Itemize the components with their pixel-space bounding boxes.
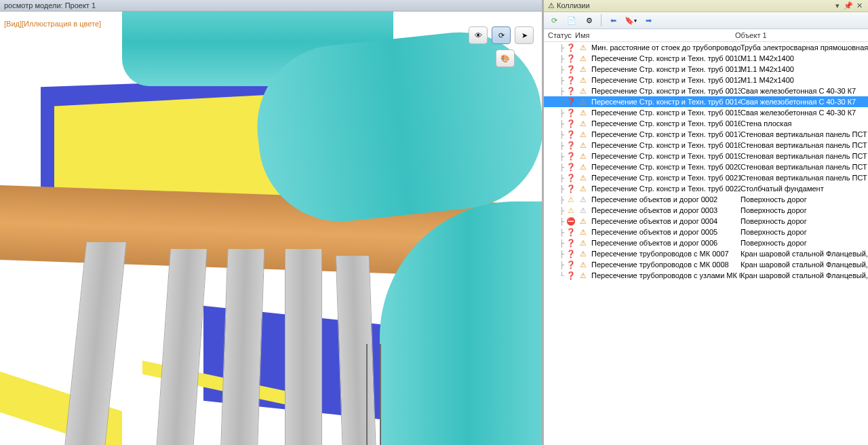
row-name: Пересечение трубопроводов с узлами МК 00… bbox=[591, 271, 741, 279]
row-object: Стеновая вертикальная панель ПСТ (серая) bbox=[741, 152, 868, 160]
appearance-tool[interactable]: 🎨 bbox=[496, 50, 515, 67]
collision-row[interactable]: └❓⚠Пересечение трубопроводов с узлами МК… bbox=[544, 270, 868, 281]
row-name: Пересечение Стр. констр и Техн. труб 002… bbox=[591, 163, 741, 171]
collision-row[interactable]: ├❓⚠Пересечение Стр. констр и Техн. труб … bbox=[544, 161, 868, 172]
row-name: Пересечение объектов и дорог 0002 bbox=[591, 195, 741, 204]
row-name: Пересечение Стр. констр и Техн. труб 001… bbox=[591, 141, 741, 149]
row-name: Пересечение трубопроводов с МК 0008 bbox=[591, 260, 741, 269]
settings-button[interactable]: ⚙ bbox=[583, 14, 595, 26]
row-name: Пересечение Стр. констр и Техн. труб 001… bbox=[591, 109, 741, 117]
collision-row[interactable]: ├❓⚠Пересечение трубопроводов с МК 0008Кр… bbox=[544, 259, 868, 270]
row-object: Поверхность дорог bbox=[741, 195, 868, 204]
row-object: Труба электросварная прямошовная 1020x1 bbox=[741, 43, 868, 52]
row-object: Поверхность дорог bbox=[741, 217, 868, 225]
clash-type-icon: ⚠ bbox=[578, 195, 589, 204]
clash-type-icon: ⚠ bbox=[578, 86, 589, 96]
prev-button[interactable]: ⬅ bbox=[607, 14, 619, 26]
collision-row[interactable]: ├❓⚠Пересечение Стр. констр и Техн. труб … bbox=[544, 140, 868, 151]
eye-tool[interactable]: 👁 bbox=[469, 26, 488, 44]
row-object: Кран шаровой стальной Фланцевый, с ручко bbox=[741, 271, 868, 279]
palette-icon: 🎨 bbox=[500, 54, 510, 63]
row-object: M1.1 M42x1400 bbox=[741, 65, 868, 73]
row-object: Стена плоская bbox=[741, 119, 868, 128]
collision-row[interactable]: ├❓⚠Пересечение Стр. констр и Техн. труб … bbox=[544, 118, 868, 129]
next-button[interactable]: ➡ bbox=[642, 14, 654, 26]
status-icon: ⛔ bbox=[566, 216, 576, 226]
arrow-icon: ➤ bbox=[521, 31, 528, 40]
collision-row[interactable]: ├❓⚠Пересечение трубопроводов с МК 0007Кр… bbox=[544, 248, 868, 259]
row-name: Пересечение Стр. констр и Техн. труб 001… bbox=[591, 119, 741, 128]
tree-branch: ├ bbox=[547, 250, 566, 258]
collision-row[interactable]: ├❓⚠Пересечение Стр. констр и Техн. труб … bbox=[544, 53, 868, 64]
collision-row[interactable]: ├❓⚠Пересечение Стр. констр и Техн. труб … bbox=[544, 64, 868, 75]
row-name: Пересечение Стр. констр и Техн. труб 001… bbox=[591, 152, 741, 160]
tree-branch: ├ bbox=[547, 196, 566, 204]
header-status[interactable]: Статус bbox=[544, 31, 571, 39]
orbit-tool[interactable]: ⟳ bbox=[492, 26, 511, 44]
collision-row[interactable]: ├❓⚠Пересечение Стр. констр и Техн. труб … bbox=[544, 96, 868, 107]
pan-tool[interactable]: ➤ bbox=[515, 26, 534, 44]
refresh-button[interactable]: ⟳ bbox=[548, 14, 560, 26]
row-object: Поверхность дорог bbox=[741, 206, 868, 214]
row-name: Пересечение Стр. констр и Техн. труб 002… bbox=[591, 174, 741, 182]
tree-branch: ├ bbox=[547, 131, 566, 138]
clash-type-icon: ⚠ bbox=[578, 260, 589, 269]
panel-toolbar: ⟳ 📄 ⚙ ⬅ 🔖▾ ➡ bbox=[544, 12, 868, 29]
collision-row[interactable]: ├⛔⚠Пересечение объектов и дорог 0004Пове… bbox=[544, 216, 868, 227]
filter-icon: 🔖 bbox=[625, 16, 634, 25]
viewer-3d-area[interactable]: [Вид][Иллюстрация в цвете] 👁 ⟳ ➤ 🎨 bbox=[0, 12, 542, 445]
scene bbox=[0, 12, 542, 445]
panel-pin-button[interactable]: 📌 bbox=[844, 2, 853, 10]
collision-icon: ⚠ bbox=[548, 1, 555, 9]
collision-row[interactable]: ├❓⚠Пересечение Стр. констр и Техн. труб … bbox=[544, 151, 868, 161]
row-object: Свая железобетонная С 40-30 К7 bbox=[741, 98, 868, 106]
collision-row[interactable]: ├❓⚠Мин. расстояние от стоек до трубопров… bbox=[544, 42, 868, 53]
row-object: Кран шаровой стальной Фланцевый, с ручко bbox=[741, 250, 868, 258]
status-icon: ❓ bbox=[566, 162, 576, 172]
report-button[interactable]: 📄 bbox=[566, 14, 578, 26]
collision-row[interactable]: ├❓⚠Пересечение объектов и дорог 0005Пове… bbox=[544, 227, 868, 237]
clash-type-icon: ⚠ bbox=[578, 227, 589, 237]
collision-row[interactable]: ├❓⚠Пересечение Стр. констр и Техн. труб … bbox=[544, 107, 868, 118]
collision-row[interactable]: ├❓⚠Пересечение объектов и дорог 0006Пове… bbox=[544, 237, 868, 248]
report-icon: 📄 bbox=[567, 16, 576, 25]
tree-branch: ├ bbox=[547, 207, 566, 214]
clash-type-icon: ⚠ bbox=[578, 97, 589, 107]
tree-branch: ├ bbox=[547, 98, 566, 106]
panel-close-button[interactable]: ✕ bbox=[854, 2, 864, 10]
row-name: Пересечение Стр. констр и Техн. труб 001… bbox=[591, 54, 741, 62]
panel-menu-button[interactable]: ▾ bbox=[833, 2, 842, 10]
arrow-right-icon: ➡ bbox=[646, 16, 652, 25]
collision-row[interactable]: ├❓⚠Пересечение Стр. констр и Техн. труб … bbox=[544, 183, 868, 194]
collision-row[interactable]: ├⚠⚠Пересечение объектов и дорог 0002Пове… bbox=[544, 194, 868, 205]
tree-branch: ├ bbox=[547, 185, 566, 193]
row-object: M1.1 M42x1400 bbox=[741, 54, 868, 62]
orbit-icon: ⟳ bbox=[498, 31, 505, 40]
row-object: Свая железобетонная С 40-30 К7 bbox=[741, 87, 868, 95]
collision-row[interactable]: ├❓⚠Пересечение Стр. констр и Техн. труб … bbox=[544, 172, 868, 183]
status-icon: ❓ bbox=[566, 97, 576, 107]
status-icon: ❓ bbox=[566, 249, 576, 258]
collision-row[interactable]: ├❓⚠Пересечение Стр. констр и Техн. труб … bbox=[544, 129, 868, 140]
collision-row[interactable]: ├⚠⚠Пересечение объектов и дорог 0003Пове… bbox=[544, 205, 868, 216]
filter-button[interactable]: 🔖▾ bbox=[625, 14, 637, 26]
header-name[interactable]: Имя bbox=[571, 31, 731, 39]
status-icon: ❓ bbox=[566, 151, 576, 161]
clash-type-icon: ⚠ bbox=[578, 184, 589, 193]
status-icon: ❓ bbox=[566, 260, 576, 269]
row-object: Поверхность дорог bbox=[741, 239, 868, 247]
clash-type-icon: ⚠ bbox=[578, 64, 589, 74]
row-name: Пересечение Стр. констр и Техн. труб 001… bbox=[591, 87, 741, 95]
tree-branch: ├ bbox=[547, 44, 566, 52]
clash-type-icon: ⚠ bbox=[578, 249, 589, 258]
row-object: Свая железобетонная С 40-30 К7 bbox=[741, 109, 868, 117]
viewer-title: росмотр модели: Проект 1 bbox=[4, 1, 96, 9]
tree-branch: ├ bbox=[547, 218, 566, 225]
collision-list[interactable]: ├❓⚠Мин. расстояние от стоек до трубопров… bbox=[544, 42, 868, 445]
status-icon: ❓ bbox=[566, 108, 576, 117]
arrow-left-icon: ⬅ bbox=[610, 16, 616, 25]
status-icon: ❓ bbox=[566, 86, 576, 96]
collision-row[interactable]: ├❓⚠Пересечение Стр. констр и Техн. труб … bbox=[544, 85, 868, 96]
collision-row[interactable]: ├❓⚠Пересечение Стр. констр и Техн. труб … bbox=[544, 75, 868, 85]
header-object[interactable]: Объект 1 bbox=[731, 31, 868, 39]
